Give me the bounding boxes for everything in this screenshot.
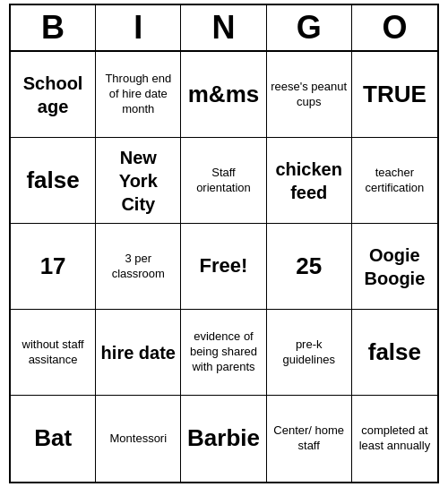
- cell-2: m&ms: [181, 52, 266, 138]
- cell-14: Oogie Boogie: [352, 224, 437, 310]
- cell-8: chicken feed: [267, 138, 352, 224]
- header-b: B: [11, 5, 96, 50]
- cell-12: Free!: [181, 224, 266, 310]
- bingo-grid: School ageThrough end of hire date month…: [11, 52, 437, 482]
- cell-18: pre-k guidelines: [267, 310, 352, 396]
- cell-20: Bat: [11, 396, 96, 482]
- cell-15: without staff assitance: [11, 310, 96, 396]
- cell-10: 17: [11, 224, 96, 310]
- header-n: N: [181, 5, 266, 50]
- header-i: I: [96, 5, 181, 50]
- header-g: G: [267, 5, 352, 50]
- cell-17: evidence of being shared with parents: [181, 310, 266, 396]
- cell-24: completed at least annually: [352, 396, 437, 482]
- cell-13: 25: [267, 224, 352, 310]
- cell-3: reese's peanut cups: [267, 52, 352, 138]
- cell-7: Staff orientation: [181, 138, 266, 224]
- cell-23: Center/ home staff: [267, 396, 352, 482]
- bingo-header: B I N G O: [11, 5, 437, 52]
- cell-21: Montessori: [96, 396, 181, 482]
- cell-19: false: [352, 310, 437, 396]
- cell-11: 3 per classroom: [96, 224, 181, 310]
- cell-22: Barbie: [181, 396, 266, 482]
- header-o: O: [352, 5, 437, 50]
- cell-16: hire date: [96, 310, 181, 396]
- cell-5: false: [11, 138, 96, 224]
- cell-4: TRUE: [352, 52, 437, 138]
- cell-9: teacher certification: [352, 138, 437, 224]
- cell-6: New York City: [96, 138, 181, 224]
- cell-1: Through end of hire date month: [96, 52, 181, 138]
- bingo-card: B I N G O School ageThrough end of hire …: [9, 4, 439, 483]
- cell-0: School age: [11, 52, 96, 138]
